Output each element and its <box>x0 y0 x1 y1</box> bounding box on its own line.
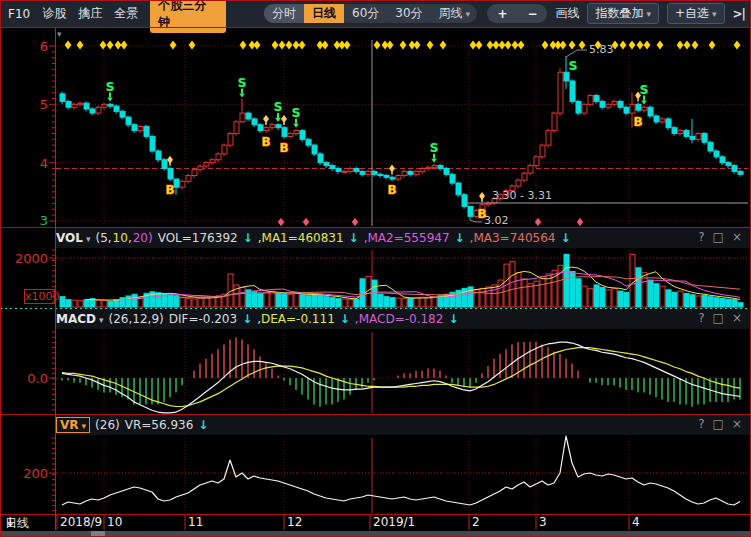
vr-panel-controls: ? □ × <box>698 417 742 431</box>
chevron-down-icon: ▾ <box>646 9 651 19</box>
macd-dif-value: DIF=-0.203 <box>169 312 237 326</box>
chevron-down-icon: ▾ <box>82 421 87 431</box>
tab-60min[interactable]: 60分 <box>344 4 387 23</box>
maximize-icon[interactable]: □ <box>713 230 724 244</box>
period-selector[interactable]: 日线↓ <box>5 515 15 529</box>
zoom-controls: + − <box>487 4 547 23</box>
vol-ma1-value: ,MA1=460831 <box>258 231 344 245</box>
chevron-down-icon: ▾ <box>99 315 104 325</box>
close-icon[interactable]: × <box>732 230 742 244</box>
vol-ma3-value: ,MA3=740564 <box>470 231 556 245</box>
down-arrow-icon: ↓ <box>448 312 458 326</box>
toolbar-right: 画线 指数叠加▾ +自选▾ >| <box>547 3 751 24</box>
zoom-in-button[interactable]: + <box>487 7 517 21</box>
vr-indicator-dropdown[interactable]: VR▾ <box>56 417 90 433</box>
down-arrow-icon: ↓ <box>560 231 570 245</box>
index-overlay-button[interactable]: 指数叠加▾ <box>587 3 659 24</box>
vol-value: VOL=176392 <box>158 231 238 245</box>
chevron-down-icon: ▾ <box>466 9 471 19</box>
main-price-chart[interactable] <box>56 28 750 227</box>
macd-axis-zero: 0.0 <box>0 371 48 386</box>
index-overlay-label: 指数叠加 <box>595 6 643 20</box>
maximize-icon[interactable]: □ <box>713 311 724 325</box>
help-icon[interactable]: ? <box>698 417 704 431</box>
close-icon[interactable]: × <box>732 311 742 325</box>
month-label: 12 <box>287 515 302 529</box>
diagnose-stock-button[interactable]: 诊股 <box>42 5 66 22</box>
add-watchlist-label: +自选 <box>675 6 709 20</box>
price-axis-3: 3 <box>0 213 48 228</box>
panorama-button[interactable]: 全景 <box>114 5 138 22</box>
month-label: 2019/1 <box>373 515 415 529</box>
tab-weekly[interactable]: 周线▾ <box>431 4 478 23</box>
vr-params: (26) <box>95 418 120 432</box>
period-label: 日线 <box>5 515 29 532</box>
maximize-icon[interactable]: □ <box>713 417 724 431</box>
vr-panel[interactable] <box>56 437 750 514</box>
chevron-down-icon: ▾ <box>86 234 91 244</box>
main-indicator-dropdown[interactable]: ▾ <box>57 29 62 39</box>
tab-weekly-label: 周线 <box>439 6 463 20</box>
month-label: 3 <box>539 515 547 529</box>
macd-dea-value: ,DEA=-0.111 <box>257 312 335 326</box>
vr-indicator-label: VR <box>60 418 79 432</box>
add-watchlist-button[interactable]: +自选▾ <box>667 3 725 24</box>
down-arrow-icon: ↓ <box>243 231 253 245</box>
down-arrow-icon: ↓ <box>455 231 465 245</box>
month-label: 11 <box>188 515 203 529</box>
zoom-out-button[interactable]: − <box>518 7 548 21</box>
down-arrow-icon: ↓ <box>340 312 350 326</box>
vol-axis-2000: 2000 <box>0 251 48 266</box>
month-label: 2 <box>472 515 480 529</box>
vol-ma2-value: ,MA2=555947 <box>364 231 450 245</box>
stock-3min-button[interactable]: 个股三分钟 <box>150 0 226 33</box>
vol-panel-controls: ? □ × <box>698 230 742 244</box>
month-label: 2018/9 <box>60 515 102 529</box>
time-axis: 日线↓ 2018/91011122019/1234 <box>0 515 751 531</box>
vol-param-10: 10, <box>113 231 132 245</box>
price-axis-6: 6 <box>0 39 48 54</box>
macd-indicator-label: MACD <box>56 312 96 326</box>
close-icon[interactable]: × <box>732 417 742 431</box>
macd-panel-controls: ? □ × <box>698 311 742 325</box>
price-axis-4: 4 <box>0 156 48 171</box>
chevron-down-icon: ▾ <box>712 9 717 19</box>
tab-daily[interactable]: 日线 <box>304 4 344 23</box>
f10-button[interactable]: F10 <box>8 7 30 21</box>
vol-indicator-dropdown[interactable]: VOL▾ <box>56 231 90 245</box>
macd-value: ,MACD=-0.182 <box>355 312 444 326</box>
vol-param-5: (5, <box>95 231 111 245</box>
vr-axis-200: 200 <box>0 466 48 481</box>
stock-chart-app: F10 诊股 擒庄 全景 个股三分钟 分时 日线 60分 30分 周线▾ + −… <box>0 0 751 537</box>
top-toolbar: F10 诊股 擒庄 全景 个股三分钟 分时 日线 60分 30分 周线▾ + −… <box>0 0 751 27</box>
help-icon[interactable]: ? <box>698 230 704 244</box>
macd-panel-header: MACD▾ (26,12,9) DIF=-0.203↓ ,DEA=-0.111↓… <box>56 309 750 329</box>
collapse-panel-icon[interactable]: >| <box>733 7 745 21</box>
month-label: 4 <box>632 515 640 529</box>
month-label: 10 <box>107 515 122 529</box>
vr-panel-header: VR▾ (26) VR=56.936↓ ? □ × <box>56 415 750 435</box>
price-axis-5: 5 <box>0 97 48 112</box>
macd-panel[interactable] <box>56 331 750 414</box>
down-arrow-icon: ↓ <box>242 312 252 326</box>
vol-panel-header: VOL▾ (5,10,20) VOL=176392↓ ,MA1=460831↓ … <box>56 228 750 248</box>
vr-value: VR=56.936 <box>125 418 194 432</box>
down-arrow-icon: ↓ <box>198 418 208 432</box>
horizontal-scrollbar[interactable] <box>1 531 750 536</box>
help-icon[interactable]: ? <box>698 311 704 325</box>
macd-params: (26,12,9) <box>109 312 164 326</box>
period-tabs: 分时 日线 60分 30分 周线▾ <box>264 4 477 23</box>
draw-line-button[interactable]: 画线 <box>555 5 579 22</box>
macd-indicator-dropdown[interactable]: MACD▾ <box>56 312 104 326</box>
tab-intraday[interactable]: 分时 <box>264 4 304 23</box>
catch-banker-button[interactable]: 擒庄 <box>78 5 102 22</box>
vol-param-20: 20) <box>133 231 153 245</box>
vol-unit-badge: x1000 <box>24 289 55 304</box>
volume-panel[interactable] <box>56 249 750 308</box>
vol-indicator-label: VOL <box>56 231 83 245</box>
down-arrow-icon: ↓ <box>349 231 359 245</box>
tab-30min[interactable]: 30分 <box>387 4 430 23</box>
scrollbar-thumb[interactable] <box>91 531 105 536</box>
